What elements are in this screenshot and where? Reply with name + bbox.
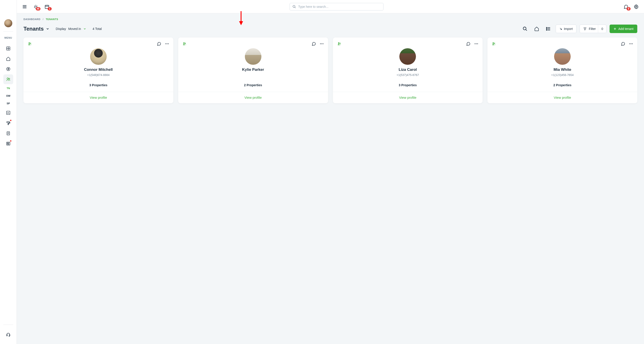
import-label: Import bbox=[564, 27, 573, 30]
content: DASHBOARD / TENANTS Tenants Display Move… bbox=[17, 13, 644, 344]
dollar-icon bbox=[6, 67, 10, 71]
svg-rect-17 bbox=[8, 143, 8, 144]
svg-point-55 bbox=[168, 43, 168, 44]
tenant-avatar[interactable] bbox=[245, 48, 262, 65]
breadcrumb-dashboard[interactable]: DASHBOARD bbox=[24, 18, 40, 20]
grid-icon bbox=[6, 46, 10, 51]
svg-point-45 bbox=[546, 28, 547, 29]
tenant-card: Connor Mitchell +1(548)674-8884 3 Proper… bbox=[24, 37, 173, 103]
tenant-properties: 3 Properties bbox=[28, 83, 169, 92]
news-icon bbox=[6, 141, 10, 146]
tenant-properties: 2 Properties bbox=[492, 83, 633, 92]
menu-toggle[interactable] bbox=[22, 4, 27, 9]
view-profile-link[interactable]: View profile bbox=[90, 96, 107, 99]
alerts-button[interactable]: 95 bbox=[33, 4, 38, 9]
search-icon bbox=[292, 5, 296, 8]
messages-button[interactable]: 8 bbox=[624, 4, 628, 9]
sidebar-item-finance[interactable] bbox=[3, 64, 13, 74]
chat-icon[interactable] bbox=[312, 41, 316, 46]
page-title-dropdown[interactable]: Tenants bbox=[24, 26, 50, 32]
svg-rect-22 bbox=[9, 335, 10, 336]
tenant-avatar[interactable] bbox=[554, 48, 571, 65]
svg-rect-10 bbox=[7, 121, 10, 123]
svg-point-53 bbox=[165, 43, 166, 44]
sidebar-item-support[interactable] bbox=[3, 330, 13, 340]
sidebar-item-dashboard[interactable] bbox=[3, 43, 13, 53]
more-icon[interactable] bbox=[320, 41, 324, 46]
sidebar-sub: TN OW SP bbox=[3, 85, 13, 107]
filter-icon bbox=[584, 27, 586, 30]
tenant-card: Kylie Parker 2 Properties View profile bbox=[178, 37, 328, 103]
menu-label: MENU bbox=[4, 36, 12, 39]
svg-line-29 bbox=[37, 5, 37, 6]
import-icon bbox=[560, 27, 562, 30]
more-icon[interactable] bbox=[165, 41, 169, 46]
add-tenant-label: Add tenant bbox=[618, 27, 634, 30]
page-title-text: Tenants bbox=[24, 26, 44, 32]
sidebar-item-news[interactable] bbox=[3, 139, 13, 149]
svg-point-63 bbox=[475, 43, 476, 44]
settings-button[interactable] bbox=[634, 4, 639, 9]
paint-icon bbox=[6, 121, 10, 125]
chevron-down-icon bbox=[46, 27, 50, 30]
filter-button[interactable]: Filter 0 bbox=[580, 24, 606, 33]
list-view-button[interactable] bbox=[544, 24, 552, 33]
svg-point-5 bbox=[9, 78, 10, 79]
chat-icon[interactable] bbox=[466, 41, 470, 46]
gear-icon bbox=[634, 4, 639, 9]
view-profile-link[interactable]: View profile bbox=[399, 96, 416, 99]
tenant-name: Mia White bbox=[492, 67, 633, 72]
chart-icon bbox=[6, 111, 10, 115]
svg-point-61 bbox=[338, 42, 339, 44]
page-header: Tenants Display Moved in 4 Total bbox=[24, 24, 637, 33]
display-filter[interactable]: Display Moved in bbox=[56, 27, 86, 30]
tenant-card: Mia White +1(123)456-7654 2 Properties V… bbox=[488, 37, 637, 103]
sidebar-sub-owners[interactable]: OW bbox=[3, 92, 13, 99]
sidebar-item-maintenance[interactable] bbox=[3, 118, 13, 128]
tenant-avatar[interactable] bbox=[399, 48, 416, 65]
search-input[interactable] bbox=[298, 5, 380, 8]
sidebar-item-reports[interactable] bbox=[3, 108, 13, 118]
svg-rect-21 bbox=[7, 335, 8, 336]
import-button[interactable]: Import bbox=[556, 24, 577, 33]
people-icon bbox=[6, 77, 10, 81]
sidebar-sub-sp[interactable]: SP bbox=[3, 100, 13, 107]
headset-icon bbox=[6, 333, 10, 337]
sidebar-item-properties[interactable] bbox=[3, 54, 13, 64]
user-avatar[interactable] bbox=[4, 19, 12, 27]
chat-icon[interactable] bbox=[621, 41, 625, 46]
search-view-button[interactable] bbox=[521, 24, 529, 33]
display-value: Moved in bbox=[68, 27, 81, 30]
breadcrumb-sep: / bbox=[43, 18, 44, 20]
svg-point-51 bbox=[28, 42, 30, 44]
sidebar: MENU TN OW SP bbox=[0, 0, 17, 344]
view-profile-link[interactable]: View profile bbox=[554, 96, 571, 99]
chevron-down-icon bbox=[83, 27, 86, 30]
sidebar-item-documents[interactable] bbox=[3, 128, 13, 138]
tenant-phone: +1(548)674-8884 bbox=[28, 73, 169, 77]
messages-badge: 8 bbox=[626, 7, 630, 10]
svg-point-56 bbox=[183, 42, 185, 44]
calendar-button[interactable]: 1 bbox=[44, 4, 50, 9]
breadcrumb: DASHBOARD / TENANTS bbox=[24, 18, 637, 20]
svg-point-68 bbox=[630, 43, 630, 44]
add-tenant-button[interactable]: Add tenant bbox=[610, 24, 637, 33]
tenant-name: Connor Mitchell bbox=[28, 67, 169, 72]
more-icon[interactable] bbox=[474, 41, 478, 46]
sidebar-sub-tenants[interactable]: TN bbox=[3, 85, 13, 92]
view-profile-link[interactable]: View profile bbox=[244, 96, 262, 99]
svg-marker-48 bbox=[584, 28, 586, 30]
svg-line-37 bbox=[295, 7, 296, 8]
people-icon bbox=[492, 42, 496, 46]
svg-point-38 bbox=[636, 6, 637, 7]
tenant-avatar[interactable] bbox=[90, 48, 107, 65]
notification-dot-icon bbox=[10, 120, 12, 121]
sidebar-item-people[interactable] bbox=[3, 74, 13, 84]
chat-icon[interactable] bbox=[157, 41, 161, 46]
home-view-button[interactable] bbox=[532, 24, 541, 33]
search-box[interactable] bbox=[290, 3, 384, 10]
plus-icon bbox=[613, 27, 616, 30]
tenant-phone: +1(537)475-8767 bbox=[337, 73, 479, 77]
divider bbox=[3, 31, 13, 31]
more-icon[interactable] bbox=[629, 41, 633, 46]
